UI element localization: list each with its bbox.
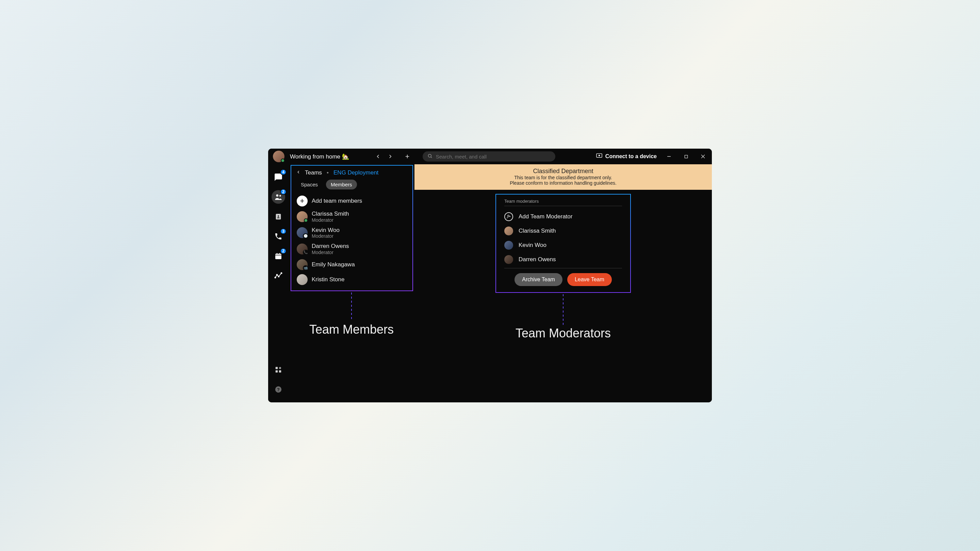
rail-calendar[interactable]: 2 xyxy=(272,249,285,263)
leave-team-button[interactable]: Leave Team xyxy=(567,273,612,286)
member-name: Clarissa Smith xyxy=(312,211,349,218)
member-name: Kristin Stone xyxy=(312,276,344,283)
presence-away-icon xyxy=(303,233,308,239)
presence-oncall-icon xyxy=(303,250,308,255)
rail-activity[interactable] xyxy=(272,269,285,283)
search-bar[interactable] xyxy=(423,151,555,162)
moderator-row[interactable]: Darren Owens xyxy=(504,252,622,267)
classification-banner: Classified Department This team is for t… xyxy=(414,164,712,190)
member-info: Darren Owens Moderator xyxy=(312,243,349,255)
badge: 2 xyxy=(280,189,286,195)
badge: 4 xyxy=(280,169,286,175)
member-name: Emily Nakagawa xyxy=(312,261,355,268)
avatar xyxy=(297,243,308,254)
svg-point-5 xyxy=(598,155,600,156)
svg-text:?: ? xyxy=(277,387,280,392)
svg-point-18 xyxy=(275,277,276,278)
rail-teams[interactable]: 2 xyxy=(272,190,285,204)
main: Classified Department This team is for t… xyxy=(414,164,712,402)
svg-point-11 xyxy=(279,195,281,197)
svg-rect-7 xyxy=(685,155,687,158)
member-info: Clarissa Smith Moderator xyxy=(312,211,349,223)
svg-rect-14 xyxy=(275,254,282,259)
presence-green-icon xyxy=(304,218,308,222)
back-button[interactable] xyxy=(373,151,383,162)
avatar xyxy=(504,255,513,264)
connect-to-device[interactable]: Connect to a device xyxy=(596,153,657,160)
member-role: Moderator xyxy=(312,250,349,255)
add-team-moderator[interactable]: Add Team Moderator xyxy=(504,210,622,224)
archive-team-button[interactable]: Archive Team xyxy=(514,273,563,286)
search-icon xyxy=(427,153,433,160)
plus-icon: + xyxy=(297,195,308,206)
new-button[interactable] xyxy=(402,151,412,162)
rail-calls[interactable]: 3 xyxy=(272,230,285,243)
member-info: Kristin Stone xyxy=(312,276,344,283)
tab-spaces[interactable]: Spaces xyxy=(296,179,323,189)
moderators-frame: Team moderators Add Team Moderator Clari… xyxy=(495,194,631,293)
member-row[interactable]: Darren Owens Moderator xyxy=(295,241,409,257)
presence-dot-icon xyxy=(281,159,285,163)
add-team-members[interactable]: + Add team members xyxy=(295,194,409,208)
member-name: Darren Owens xyxy=(312,243,349,250)
title-right: Connect to a device xyxy=(596,152,708,161)
rail-apps[interactable] xyxy=(272,363,285,376)
left-panel: Teams • ENG Deployment Spaces Members + … xyxy=(288,164,414,402)
svg-rect-22 xyxy=(275,367,278,369)
avatar xyxy=(297,211,308,222)
banner-line-1: This team is for the classified departme… xyxy=(421,175,705,180)
callout-line xyxy=(351,292,352,321)
avatar xyxy=(297,259,308,270)
svg-point-21 xyxy=(281,273,282,274)
rail-bottom: ? xyxy=(272,363,285,402)
callout-label-moderators: Team Moderators xyxy=(515,326,611,340)
callout-line xyxy=(563,294,563,326)
svg-point-19 xyxy=(277,275,278,275)
tab-members[interactable]: Members xyxy=(326,179,357,189)
svg-point-27 xyxy=(508,215,509,217)
self-avatar[interactable] xyxy=(273,151,285,162)
avatar xyxy=(504,227,513,235)
breadcrumb-team-name[interactable]: ENG Deployment xyxy=(334,169,379,176)
moderator-name: Darren Owens xyxy=(519,256,556,263)
svg-rect-23 xyxy=(275,370,278,372)
moderator-name: Kevin Woo xyxy=(519,242,546,249)
add-moderator-label: Add Team Moderator xyxy=(519,213,572,220)
member-name: Kevin Woo xyxy=(312,227,340,233)
search-input[interactable] xyxy=(436,154,550,159)
rail-contacts[interactable] xyxy=(272,210,285,224)
divider xyxy=(504,206,622,206)
svg-rect-24 xyxy=(279,370,281,372)
member-row[interactable]: Kevin Woo Moderator xyxy=(295,225,409,241)
member-info: Kevin Woo Moderator xyxy=(312,227,340,239)
nav-group xyxy=(373,151,412,162)
member-row[interactable]: Emily Nakagawa xyxy=(295,257,409,272)
moderator-row[interactable]: Kevin Woo xyxy=(504,238,622,252)
member-role: Moderator xyxy=(312,233,340,239)
svg-point-10 xyxy=(276,194,279,197)
member-row[interactable]: Clarissa Smith Moderator xyxy=(295,208,409,225)
callout-label-members: Team Members xyxy=(288,322,414,337)
breadcrumb-sep: • xyxy=(327,169,329,176)
panel-tabs: Spaces Members xyxy=(291,178,412,192)
breadcrumb-teams[interactable]: Teams xyxy=(305,169,322,176)
badge: 2 xyxy=(280,248,286,254)
svg-point-13 xyxy=(278,215,279,217)
rail-help[interactable]: ? xyxy=(272,383,285,396)
badge: 3 xyxy=(280,228,286,234)
divider xyxy=(504,268,622,268)
member-list: + Add team members Clarissa Smith Modera… xyxy=(291,192,412,291)
member-role: Moderator xyxy=(312,218,349,223)
member-row[interactable]: Kristin Stone xyxy=(295,272,409,287)
status-text[interactable]: Working from home 🏡 xyxy=(290,153,349,160)
moderator-row[interactable]: Clarissa Smith xyxy=(504,224,622,238)
rail-chat[interactable]: 4 xyxy=(272,170,285,184)
minimize-button[interactable] xyxy=(664,152,674,161)
person-add-icon xyxy=(504,212,513,221)
close-button[interactable] xyxy=(698,152,708,161)
maximize-button[interactable] xyxy=(681,152,691,161)
moderator-actions: Archive Team Leave Team xyxy=(504,273,622,286)
forward-button[interactable] xyxy=(385,151,395,162)
back-chevron-icon[interactable] xyxy=(296,169,301,176)
app-window: Working from home 🏡 Connect xyxy=(268,149,712,402)
